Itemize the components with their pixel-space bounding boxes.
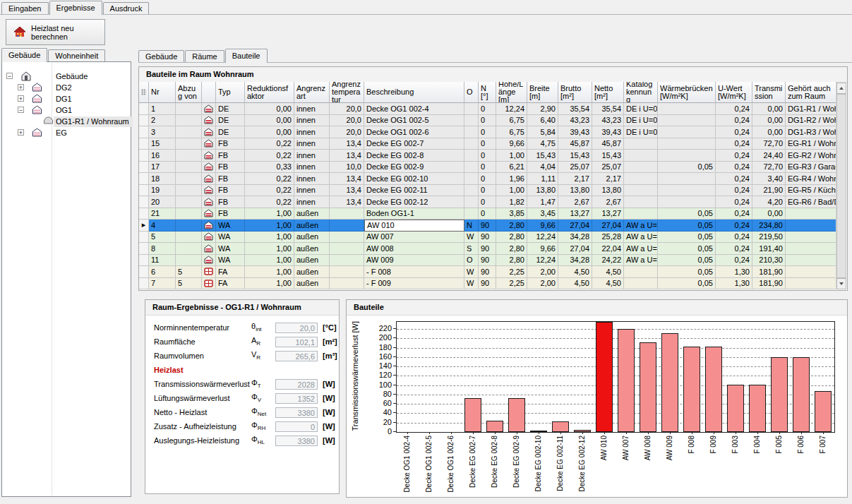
cell-typ: FB [216, 173, 245, 185]
result-label: Transmissionswärmeverlust [154, 380, 250, 388]
collapse-icon[interactable]: − [6, 73, 13, 79]
right-tab-gebäude[interactable]: Gebäude [138, 50, 184, 62]
chart-x-labels: Decke OG1 002-4Decke OG1 002-5Decke OG1 … [396, 434, 834, 496]
tree-item-og1-r1-wohnraum[interactable]: OG1-R1 / Wohnraum [2, 116, 131, 127]
table-row[interactable]: 18FB0,22innen13,4Decke EG 002-1001,961,1… [139, 173, 836, 185]
result-value-field: 265,6 [275, 351, 318, 361]
table-row[interactable]: 15FB0,22innen13,4Decke EG 002-709,664,75… [139, 138, 836, 150]
table-row[interactable]: ▸4WA1,00außenAW 010N902,809,6627,0427,04… [139, 220, 836, 232]
table-row[interactable]: 65FA1,00außen - F 008W902,252,004,504,50… [139, 266, 836, 278]
expand-icon[interactable]: + [18, 95, 24, 102]
cell-typ: FB [216, 196, 245, 208]
x-tick-mark [626, 432, 627, 434]
cell-beschreibung: Decke EG 002-9 [364, 162, 464, 174]
cell-gehört-auch-zum-raum: EG-R5 / Küche [786, 185, 836, 197]
table-row[interactable]: 20FB0,22innen13,4Decke EG 002-1201,821,4… [139, 196, 836, 208]
y-tick-label: 80 [371, 390, 392, 398]
collapse-icon[interactable]: − [18, 107, 24, 113]
cell-gehört-auch-zum-raum [786, 266, 836, 278]
scroll-up-button[interactable] [836, 83, 846, 94]
cell-breite-m: 2,00 [527, 278, 558, 290]
cell-nr: 20 [149, 196, 176, 208]
room-results-panel: Raum-Ergebnisse - OG1-R1 / Wohnraum Norm… [145, 299, 340, 494]
cell-beschreibung: - F 008 [364, 266, 464, 278]
column-header-brutto-m: Brutto [m²] [558, 82, 592, 103]
table-row[interactable]: 11WA1,00außenAW 009O902,8012,2434,2824,2… [139, 255, 836, 267]
result-label: Raumvolumen [154, 352, 204, 360]
y-tick-label: 60 [371, 399, 392, 407]
tree-item-dg1[interactable]: +DG1 [2, 93, 131, 104]
floor-icon [32, 83, 43, 92]
x-tick-mark [604, 432, 605, 434]
cell-n: 90 [479, 220, 496, 232]
row-marker [139, 208, 149, 220]
chart-bar-aw-007 [618, 329, 635, 432]
table-row[interactable]: 16FB0,22innen13,4Decke EG 002-801,0015,4… [139, 150, 836, 162]
tree-item-dg2[interactable]: +DG2 [2, 82, 131, 93]
cell-breite-m: 15,43 [527, 150, 558, 162]
chart-bar-aw-009 [661, 333, 678, 432]
table-row[interactable]: 17FB0,33innen10,0Decke EG 002-906,214,04… [139, 162, 836, 174]
cell-höhe-länge-m: 12,24 [496, 103, 527, 115]
expand-icon[interactable]: + [18, 129, 24, 136]
description-edit-cell[interactable]: AW 010 [364, 220, 464, 232]
wall-icon [202, 138, 216, 150]
cell-netto-m: 15,43 [592, 150, 624, 162]
scrollbar-thumb[interactable] [836, 94, 846, 278]
table-row[interactable]: 19FB0,22innen13,4Decke EG 002-1101,0013,… [139, 185, 836, 197]
cell-höhe-länge-m: 2,80 [496, 243, 527, 255]
cell-angrenztemperatur [330, 208, 364, 220]
recalculate-heating-load-button[interactable]: Heizlast neu berechnen [6, 19, 105, 45]
wall-icon [202, 150, 216, 162]
tree-item-gebäude[interactable]: −Gebäude [2, 71, 131, 82]
tab-eingaben[interactable]: Eingaben [1, 2, 49, 14]
right-tab-bauteile[interactable]: Bauteile [225, 49, 268, 63]
cell-nr: 11 [149, 255, 176, 267]
cell-netto-m: 4,50 [592, 278, 624, 290]
cell-u-wert-w-m-k: 1,30 [716, 278, 752, 290]
right-tab-räume[interactable]: Räume [185, 50, 224, 62]
result-unit: [W] [323, 394, 335, 402]
cell-katalogkennung [624, 196, 658, 208]
cell-angrenzart: innen [294, 115, 330, 127]
cell-abzug-von [176, 255, 202, 267]
table-row[interactable]: 8WA1,00außenAW 008S902,809,6627,0422,04A… [139, 243, 836, 255]
left-tab-wohneinheit[interactable]: Wohneinheit [48, 49, 105, 61]
expand-icon[interactable]: + [18, 84, 24, 90]
cell-höhe-länge-m: 1,96 [496, 173, 527, 185]
vertical-scrollbar[interactable] [836, 83, 846, 289]
tree-item-eg[interactable]: +EG [2, 127, 131, 138]
x-axis-label: Decke EG 002-11 [549, 436, 571, 498]
cell-angrenztemperatur: 13,4 [330, 138, 364, 150]
scroll-down-button[interactable] [836, 278, 846, 289]
tab-ergebnisse[interactable]: Ergebnisse [49, 1, 102, 15]
tab-ausdruck[interactable]: Ausdruck [103, 2, 150, 14]
cell-wärmebrücken-w-m-k: 0,05 [658, 162, 716, 174]
tree-item-label: DG2 [54, 83, 74, 93]
left-tab-gebäude[interactable]: Gebäude [1, 48, 47, 62]
cell-katalogkennung [624, 162, 658, 174]
cell-o [464, 115, 479, 127]
cell-abzug-von [176, 162, 202, 174]
cell-höhe-länge-m: 1,00 [496, 185, 527, 197]
tree-item-og1[interactable]: −OG1 [2, 104, 131, 116]
x-axis-label: F 005 [768, 436, 790, 498]
row-marker [139, 185, 149, 197]
table-row[interactable]: 2DE0,00innen20,0Decke OG1 002-506,756,40… [139, 115, 836, 127]
chart-plot-area [396, 321, 835, 433]
table-row[interactable]: 75FA1,00außen - F 009W902,252,004,504,50… [139, 278, 836, 290]
cell-o [464, 126, 479, 138]
wall-icon [202, 103, 216, 115]
cell-angrenzart: außen [294, 243, 330, 255]
table-row[interactable]: 1DE0,00innen20,0Decke OG1 002-4012,242,9… [139, 103, 836, 115]
table-row[interactable]: 3DE0,00innen20,0Decke OG1 002-606,755,84… [139, 126, 836, 138]
x-tick-mark [560, 432, 561, 434]
result-symbol: ΦT [251, 378, 261, 389]
cell-brutto-m: 15,43 [558, 150, 592, 162]
chart-gridline [397, 329, 834, 330]
row-marker [139, 126, 149, 138]
chart-bar-aw-008 [640, 342, 656, 432]
table-row[interactable]: 21FB1,00außenBoden OG1-103,853,4513,2713… [139, 208, 836, 220]
table-row[interactable]: 5WA1,00außenAW 007W902,8012,2434,2825,28… [139, 232, 836, 244]
cell-n: 0 [479, 115, 496, 127]
